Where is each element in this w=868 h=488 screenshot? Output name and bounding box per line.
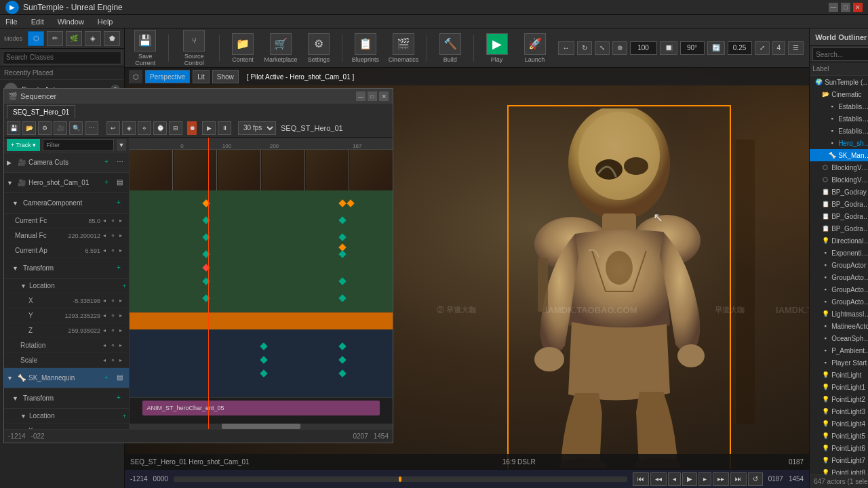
outliner-item-26[interactable]: 💡PointLight2PointLig... <box>810 393 868 405</box>
pb-prev-key[interactable]: ◂◂ <box>650 472 667 486</box>
outliner-item-18[interactable]: ▪GroupActor_2GroupAc... <box>810 296 868 308</box>
minimize-button[interactable]: — <box>829 3 838 12</box>
camera-cuts-track[interactable]: ▶ 🎥 Camera Cuts + ⋯ <box>4 152 129 173</box>
outliner-item-29[interactable]: 💡PointLight5PointLig... <box>810 430 868 442</box>
sk-tr-add[interactable]: + <box>117 394 126 403</box>
outliner-item-20[interactable]: ▪MatineeActor <box>810 320 868 332</box>
sk-mannequin-track[interactable]: ▼ 🦴 SK_Mannequin + ▤ <box>4 368 129 388</box>
menu-window[interactable]: Window <box>55 18 87 26</box>
outliner-item-31[interactable]: 💡PointLight7PointLig... <box>810 454 868 466</box>
transform-translate-btn[interactable]: ↔ <box>558 41 574 55</box>
play-btn[interactable]: ▶ Play <box>482 33 512 63</box>
seq-save-btn[interactable]: 💾 <box>7 121 20 135</box>
fc-add-key[interactable]: ⋄ <box>111 218 118 224</box>
sk-tr-expand[interactable]: ▼ <box>12 395 20 402</box>
mode-select-btn[interactable]: ⬡ <box>28 31 44 46</box>
sk-expand[interactable]: ▼ <box>7 375 15 382</box>
scale-next[interactable]: ▸ <box>119 357 126 364</box>
launch-btn[interactable]: 🚀 Launch <box>520 33 550 63</box>
fc-prev-key[interactable]: ◂ <box>103 218 110 224</box>
outliner-item-19[interactable]: 💡LightmassImpor... <box>810 308 868 320</box>
fps-select[interactable]: 30 fps 24 fps 60 fps <box>238 121 276 135</box>
transform-scale-btn[interactable]: ⤡ <box>595 41 610 55</box>
outliner-item-8[interactable]: ⬡BlockingVolumeBlockin... <box>810 174 868 186</box>
outliner-item-7[interactable]: ⬡BlockingVolumeBlockin... <box>810 161 868 174</box>
outliner-search-input[interactable] <box>812 47 868 61</box>
add-track-btn[interactable]: + Track ▾ <box>7 139 40 151</box>
seq-camera-btn[interactable]: 🎥 <box>54 121 67 135</box>
source-control-btn[interactable]: ⑂ Source Control <box>177 30 211 66</box>
seq-more-btn[interactable]: ⋯ <box>85 121 98 135</box>
lz-key[interactable]: ⋄ <box>111 327 118 334</box>
seq-play-btn[interactable]: ▶ <box>202 121 216 135</box>
content-browser-btn[interactable]: 📁 Content <box>228 33 258 63</box>
mfc-next-key[interactable]: ▸ <box>119 232 126 239</box>
sk-loc-add[interactable]: + <box>123 413 126 420</box>
outliner-item-4[interactable]: ▪Establishing_fCineCa... <box>810 125 868 137</box>
pb-next-key[interactable]: ▸▸ <box>713 472 729 486</box>
rotation-snap-input[interactable] <box>680 41 705 55</box>
seq-tab-main[interactable]: SEQ_ST_Hero_01 <box>7 105 75 119</box>
scale-snap-input[interactable] <box>728 41 752 55</box>
viewport-options-btn[interactable]: ☰ <box>788 41 804 55</box>
mode-brush-btn[interactable]: ◈ <box>85 31 101 46</box>
hero-cam-track[interactable]: ▼ 🎥 Hero_shot_Cam_01 + ▤ <box>4 173 129 193</box>
pb-next-frame[interactable]: ▸ <box>698 472 711 486</box>
lit-btn[interactable]: Lit <box>193 70 210 83</box>
pb-scrubber[interactable] <box>174 476 627 482</box>
transform-rotate-btn[interactable]: ↻ <box>577 41 592 55</box>
camera-cuts-add[interactable]: + <box>104 158 114 167</box>
seq-open-btn[interactable]: 📂 <box>22 121 36 135</box>
outliner-item-2[interactable]: ▪Establishing_rCineCa... <box>810 100 868 113</box>
mode-paint-btn[interactable]: ✏ <box>47 31 63 46</box>
outliner-item-0[interactable]: 🌍SunTemple (Editor)World <box>810 76 868 88</box>
pb-to-end[interactable]: ⏭ <box>730 472 747 486</box>
seq-range-btn[interactable]: ⊟ <box>169 121 182 135</box>
scale-prev[interactable]: ◂ <box>103 357 110 364</box>
cc-expand[interactable]: ▼ <box>12 200 20 207</box>
seq-search-btn[interactable]: 🔍 <box>69 121 83 135</box>
outliner-item-11[interactable]: 📋BP_Godray_4 <box>810 210 868 222</box>
outliner-item-17[interactable]: ▪GroupActor_1GroupAc... <box>810 283 868 296</box>
scale-snap-btn[interactable]: ⤢ <box>755 41 770 55</box>
camera-cuts-expand[interactable]: ▶ <box>7 159 15 166</box>
mfc-prev-key[interactable]: ◂ <box>103 232 110 239</box>
seq-settings-btn[interactable]: ⚙ <box>38 121 52 135</box>
sk-loc-expand[interactable]: ▼ <box>20 413 26 420</box>
outliner-item-22[interactable]: ▪P_Ambient_DustEmitter <box>810 344 868 357</box>
seq-win-min[interactable]: — <box>356 92 366 101</box>
outliner-item-12[interactable]: 📋BP_Godray_5Edit Bp <box>810 222 868 235</box>
outliner-item-1[interactable]: 📂CinematicFolder <box>810 88 868 100</box>
seq-win-max[interactable]: □ <box>368 92 377 101</box>
outliner-item-23[interactable]: ▪Player StartPlayerSt... <box>810 357 868 369</box>
maximize-button[interactable]: □ <box>841 3 850 12</box>
seq-pause-btn[interactable]: ⏸ <box>218 121 231 135</box>
lz-prev[interactable]: ◂ <box>103 327 110 334</box>
menu-help[interactable]: Help <box>95 18 116 26</box>
perspective-btn[interactable]: Perspective <box>145 70 190 83</box>
outliner-item-14[interactable]: ▪ExponentialHeig...Exponen... <box>810 247 868 259</box>
lz-next[interactable]: ▸ <box>119 327 126 334</box>
timeline-scrollbar[interactable] <box>130 424 393 429</box>
ap-prev-key[interactable]: ◂ <box>103 247 110 254</box>
hero-cam-add[interactable]: + <box>104 178 114 188</box>
anim-clip-block[interactable]: ANIM_ST_heroChar_ent_05 <box>142 401 379 415</box>
outliner-item-16[interactable]: ▪GroupActor_0GroupAc... <box>810 271 868 283</box>
pb-loop[interactable]: ↺ <box>748 472 763 486</box>
pb-to-start[interactable]: ⏮ <box>633 472 649 486</box>
show-btn[interactable]: Show <box>212 70 239 83</box>
pb-play[interactable]: ▶ <box>682 472 697 486</box>
ly-key[interactable]: ⋄ <box>111 312 118 319</box>
menu-edit[interactable]: Edit <box>28 18 47 26</box>
sklx-next[interactable]: ▸ <box>119 428 126 430</box>
sklx-prev[interactable]: ◂ <box>103 428 110 430</box>
outliner-item-28[interactable]: 💡PointLight4PointLig... <box>810 418 868 430</box>
scale-key[interactable]: ⋄ <box>111 357 118 364</box>
outliner-item-5[interactable]: ▪Hero_shot_Ca...SEQ_ST_Hero_01CineCa... <box>810 137 868 149</box>
ly-prev[interactable]: ◂ <box>103 312 110 319</box>
hero-cam-expand[interactable]: ▼ <box>7 180 15 186</box>
timeline-scrollbar-thumb[interactable] <box>222 424 300 429</box>
lx-prev[interactable]: ◂ <box>103 298 110 304</box>
camera-speed-btn[interactable]: 4 <box>772 41 786 55</box>
loc-expand[interactable]: ▼ <box>20 283 26 289</box>
